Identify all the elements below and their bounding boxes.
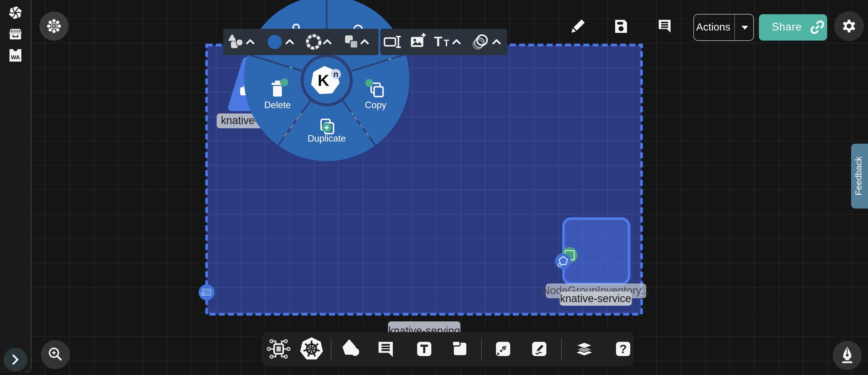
- svg-text:Copy: Copy: [365, 100, 386, 110]
- svg-text:Feedback: Feedback: [854, 156, 863, 196]
- svg-text:Share: Share: [772, 21, 802, 33]
- svg-text:WA: WA: [11, 54, 20, 61]
- svg-text:Delete: Delete: [264, 100, 291, 110]
- svg-text:K: K: [318, 71, 329, 89]
- svg-text:Duplicate: Duplicate: [307, 133, 346, 144]
- svg-text:knative-service: knative-service: [560, 292, 631, 305]
- svg-text:?: ?: [620, 342, 627, 355]
- svg-text:T: T: [444, 38, 450, 48]
- svg-text:Actions: Actions: [696, 21, 731, 33]
- svg-text:n: n: [333, 70, 338, 79]
- svg-text:T: T: [434, 34, 442, 49]
